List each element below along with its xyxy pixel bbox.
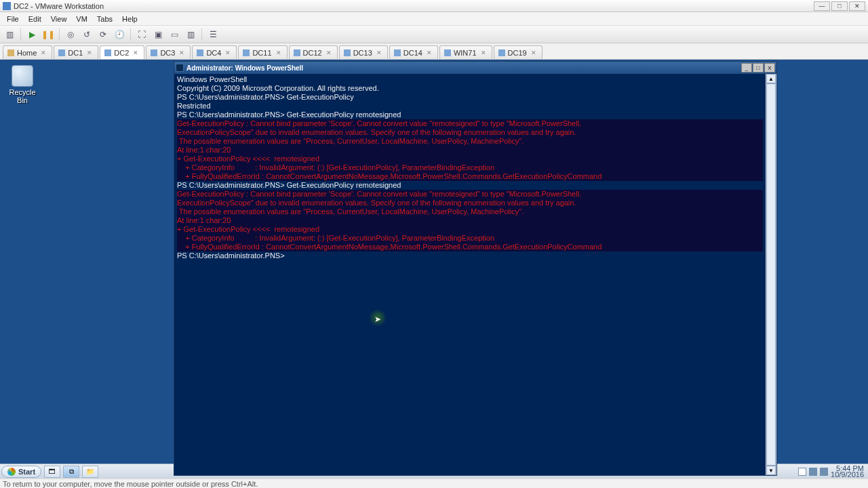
tab-dc3[interactable]: DC3✕: [146, 45, 191, 59]
system-tray[interactable]: 5:44 PM 10/9/2016: [798, 466, 867, 478]
vm-icon: [294, 49, 300, 56]
host-titlebar[interactable]: DC2 - VMware Workstation — □ ✕: [0, 0, 868, 12]
tab-dc1[interactable]: DC1✕: [54, 45, 98, 59]
host-minimize-button[interactable]: —: [814, 1, 830, 11]
powershell-title: Administrator: Windows PowerShell: [186, 64, 741, 72]
console-line: At line:1 char:20: [177, 216, 763, 225]
vm-icon: [444, 49, 451, 56]
ps-minimize-button[interactable]: _: [741, 63, 752, 73]
toolbar-separator: [130, 28, 131, 41]
toolbar-separator: [59, 28, 60, 41]
vm-icon: [197, 49, 203, 56]
console-line: At line:1 char:20: [177, 146, 763, 155]
tab-dc13[interactable]: DC13✕: [339, 45, 388, 59]
console-line: The possible enumeration values are "Pro…: [177, 137, 763, 146]
host-maximize-button[interactable]: □: [831, 1, 848, 11]
menu-view[interactable]: View: [47, 14, 71, 24]
unity-icon[interactable]: ▣: [151, 28, 165, 41]
mouse-cursor-icon: ➤: [374, 314, 381, 324]
snapshot-clock-icon[interactable]: 🕘: [113, 28, 126, 41]
console-line: + Get-ExecutionPolicy <<<< remotesigned: [177, 155, 763, 163]
toolbar-separator: [201, 28, 202, 41]
tab-dc19[interactable]: DC19✕: [494, 45, 542, 59]
close-icon[interactable]: ✕: [481, 49, 486, 56]
toolbar-separator: [20, 28, 21, 41]
tray-flag-icon[interactable]: [798, 468, 806, 476]
scroll-down-icon[interactable]: ▼: [766, 466, 776, 475]
tab-home[interactable]: Home✕: [3, 45, 52, 59]
menu-vm[interactable]: VM: [72, 14, 92, 24]
powershell-window[interactable]: Administrator: Windows PowerShell _ □ X …: [174, 61, 777, 476]
taskbar-server-manager-icon[interactable]: 🗔: [44, 466, 60, 478]
close-icon[interactable]: ✕: [41, 49, 46, 56]
tab-win71[interactable]: WIN71✕: [439, 45, 492, 59]
scrollbar-thumb[interactable]: [766, 83, 776, 466]
tab-dc12[interactable]: DC12✕: [289, 45, 338, 59]
close-icon[interactable]: ✕: [179, 49, 184, 56]
thumbnail-bar-icon[interactable]: ☰: [206, 28, 220, 41]
suspend-icon[interactable]: ❚❚: [41, 28, 55, 41]
recycle-bin-icon: [12, 65, 33, 87]
snapshot-manage-icon[interactable]: ⟳: [96, 28, 110, 41]
tray-sound-icon[interactable]: [820, 468, 828, 476]
close-icon[interactable]: ✕: [531, 49, 536, 56]
host-close-button[interactable]: ✕: [849, 1, 865, 11]
ps-close-button[interactable]: X: [764, 63, 775, 73]
tab-label: DC12: [303, 49, 322, 57]
vm-icon: [151, 49, 157, 56]
menu-tabs[interactable]: Tabs: [93, 14, 117, 24]
tray-network-icon[interactable]: [809, 468, 817, 476]
console-line: Restricted: [177, 102, 763, 110]
vmware-icon: [3, 2, 11, 10]
taskbar-powershell-icon[interactable]: ⧉: [63, 466, 79, 478]
menubar: File Edit View VM Tabs Help: [0, 12, 868, 26]
menu-file[interactable]: File: [3, 14, 23, 24]
console-line: ExecutionPolicyScope" due to invalid enu…: [177, 199, 763, 207]
scrollbar[interactable]: ▲ ▼: [766, 74, 776, 475]
scrollbar-track[interactable]: [766, 83, 776, 466]
multi-monitor-icon[interactable]: ▥: [184, 28, 197, 41]
close-icon[interactable]: ✕: [133, 49, 138, 56]
ps-maximize-button[interactable]: □: [753, 63, 764, 73]
windows-logo-icon: [7, 468, 16, 476]
tab-dc4[interactable]: DC4✕: [192, 45, 237, 59]
close-icon[interactable]: ✕: [225, 49, 231, 56]
close-icon[interactable]: ✕: [376, 49, 382, 56]
toolbar-library-icon[interactable]: ▥: [3, 28, 16, 41]
tab-label: DC1: [68, 49, 83, 57]
console-line: The possible enumeration values are "Pro…: [177, 207, 763, 216]
tray-clock[interactable]: 5:44 PM 10/9/2016: [831, 466, 864, 478]
start-button[interactable]: Start: [1, 466, 41, 478]
scroll-up-icon[interactable]: ▲: [766, 74, 776, 83]
tab-dc11[interactable]: DC11✕: [238, 45, 287, 59]
snapshot-revert-icon[interactable]: ↺: [80, 28, 94, 41]
menu-help[interactable]: Help: [118, 14, 142, 24]
close-icon[interactable]: ✕: [87, 49, 92, 56]
guest-desktop[interactable]: Recycle Bin Administrator: Windows Power…: [0, 60, 868, 464]
snapshot-take-icon[interactable]: ◎: [64, 28, 77, 41]
start-label: Start: [18, 468, 35, 476]
recycle-bin[interactable]: Recycle Bin: [5, 65, 39, 104]
console-line: Copyright (C) 2009 Microsoft Corporation…: [177, 84, 763, 93]
close-icon[interactable]: ✕: [427, 49, 432, 56]
console-line: PS C:\Users\administrator.PNS>: [177, 251, 763, 260]
console-line: + CategoryInfo : InvalidArgument: (:) [G…: [177, 163, 763, 172]
powershell-console[interactable]: Windows PowerShellCopyright (C) 2009 Mic…: [174, 74, 766, 475]
close-icon[interactable]: ✕: [326, 49, 332, 56]
close-icon[interactable]: ✕: [276, 49, 281, 56]
powershell-titlebar[interactable]: Administrator: Windows PowerShell _ □ X: [174, 62, 776, 74]
console-line: PS C:\Users\administrator.PNS> Get-Execu…: [177, 93, 763, 102]
tab-label: DC19: [508, 49, 527, 57]
power-on-icon[interactable]: ▶: [25, 28, 39, 41]
fullscreen-icon[interactable]: ⛶: [135, 28, 149, 41]
tab-dc14[interactable]: DC14✕: [389, 45, 438, 59]
tab-dc2[interactable]: DC2✕: [100, 45, 144, 59]
menu-edit[interactable]: Edit: [24, 14, 45, 24]
console-line: + Get-ExecutionPolicy <<<< remotesigned: [177, 225, 763, 234]
console-line: PS C:\Users\administrator.PNS> Get-Execu…: [177, 181, 763, 190]
statusbar-text: To return to your computer, move the mou…: [3, 480, 258, 488]
vm-icon: [104, 49, 111, 56]
console-view-icon[interactable]: ▭: [167, 28, 181, 41]
taskbar-explorer-icon[interactable]: 📁: [82, 466, 98, 478]
vm-icon: [498, 49, 505, 56]
